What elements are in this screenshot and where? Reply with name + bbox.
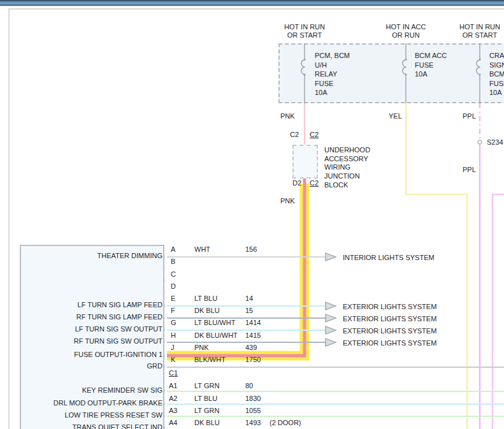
pin-id: F [171,307,175,314]
signal-label: TRANS QUIET SELECT IND [22,423,162,429]
signal-label: LF TURN SIG SW OUTPUT [22,325,162,333]
splice-s234-dot [478,140,482,144]
wire-color: PNK [194,344,209,351]
wire-color: DK BLU/WHT [194,331,238,339]
wire-yel [406,103,467,429]
circuit-number: 1055 [245,407,261,414]
connector-id-c1: C1 [169,369,178,377]
destination-label: EXTERIOR LIGHTS SYSTEM [343,339,436,347]
connector-id-c2-bottom: C2 [310,179,319,187]
wire-color: LT GRN [194,382,219,389]
junction-block-box [292,145,318,178]
fuse-symbol-1 [301,43,306,103]
wire-color-label-ppl-bottom: PPL [463,166,476,173]
circuit-number: 439 [245,344,257,351]
signal-label: THEATER DIMMING [22,252,162,259]
pin-id: G [171,319,176,326]
fuse-symbol-2 [403,43,407,103]
destination-label: EXTERIOR LIGHTS SYSTEM [343,327,436,335]
destination-arrow-icons [326,253,336,346]
splice-label-s234: S234 [487,138,503,146]
arrow-icon [326,314,336,322]
arrow-icon [326,326,336,334]
wire-color: LT GRN [194,407,219,414]
signal-label: KEY REMINDER SW SIG [22,386,162,394]
signal-label: FUSE OUTPUT-IGNITION 1 [22,351,162,358]
wire-color: LT BLU/WHT [194,319,235,326]
circuit-note: (2 DOOR) [270,419,301,426]
signal-label: LF TURN SIG LAMP FEED [22,301,162,309]
connector-id-c2-left: C2 [290,131,299,138]
signal-label: GRD [22,362,162,370]
connector-id-d2: D2 [292,179,301,187]
pin-id: A4 [169,419,177,426]
junction-block-name: UNDERHOODACCESSORY WIRINGJUNCTION BLOCK [324,146,370,190]
fuse-symbol-3 [477,43,481,103]
signal-label: RF TURN SIG SW OUTPUT [22,337,162,345]
wiring-diagram-viewer: { "colors": { "pnk": "#f7c9d3", "pnk_bol… [0,0,504,429]
wire-color: WHT [194,245,210,253]
circuit-number: 14 [245,294,253,302]
pin-id: K [171,356,175,363]
wire-color: BLK/WHT [194,356,226,363]
arrow-icon [326,338,336,346]
pin-id: A3 [169,407,177,414]
circuit-number: 1414 [245,319,261,326]
wire-color: LT BLU [194,395,217,402]
destination-label: EXTERIOR LIGHTS SYSTEM [343,303,436,310]
pin-id: H [171,331,176,339]
circuit-number: 1415 [245,331,261,339]
wire-color-label-pnk-bottom: PNK [280,197,295,205]
pin-id: A [171,245,175,253]
pin-id: D [171,282,176,290]
wire-ppl-branch [493,194,504,429]
circuit-number: 80 [245,382,253,389]
circuit-number: 1830 [245,395,261,402]
pin-id: A2 [169,395,177,402]
pin-id: E [171,294,175,302]
arrow-icon [326,253,336,261]
wire-color-label-ppl-top: PPL [463,112,476,120]
wire-color: DK BLU [194,419,220,426]
circuit-number: 156 [245,245,257,253]
pin-id: A1 [169,382,177,389]
signal-label: LOW TIRE PRESS RESET SW [22,411,162,419]
arrow-icon [326,302,336,310]
signal-label: DRL MOD OUTPUT-PARK BRAKE [22,399,162,407]
pin-id: J [171,344,175,351]
circuit-number: 15 [245,307,253,314]
wire-color: DK BLU [194,307,220,314]
pin-id: C [171,270,176,278]
signal-label: RF TURN SIG LAMP FEED [22,313,162,321]
connector-id-c2-right: C2 [310,131,319,138]
destination-label: INTERIOR LIGHTS SYSTEM [343,254,435,261]
destination-label: EXTERIOR LIGHTS SYSTEM [343,315,436,323]
circuit-number: 1750 [245,356,261,363]
wire-pnk-ignition [167,178,305,356]
pin-id: B [171,258,175,265]
wire-color-label-yel: YEL [389,112,402,120]
wire-color: LT BLU [194,294,217,302]
circuit-number: 1493 [245,419,261,426]
wire-color-label-pnk-top: PNK [280,112,295,120]
